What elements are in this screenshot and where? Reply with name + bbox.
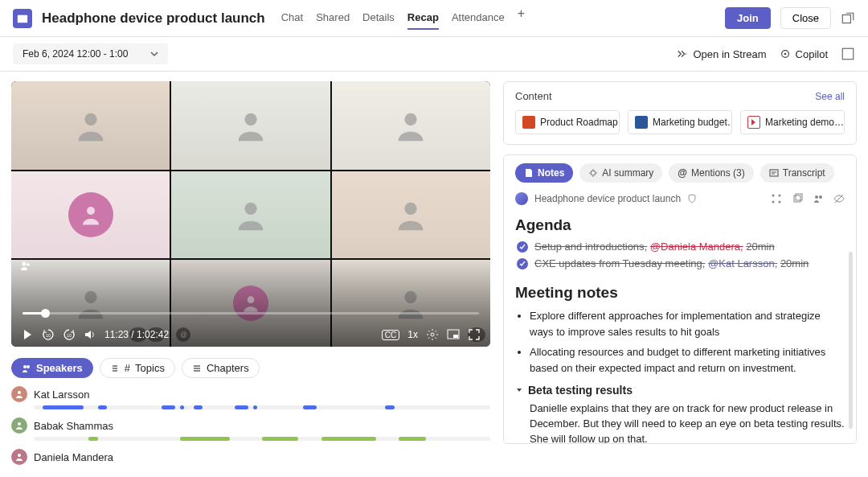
content-file[interactable]: Marketing budget… — [628, 110, 732, 134]
svg-point-8 — [405, 113, 417, 125]
check-icon[interactable] — [517, 241, 528, 253]
svg-point-10 — [244, 203, 256, 215]
date-picker[interactable]: Feb 6, 2024 12:00 - 1:00 — [13, 43, 168, 64]
rewind-10-icon[interactable]: 10 — [42, 328, 55, 341]
svg-text:10: 10 — [46, 333, 51, 338]
video-controls: 10 10 11:23 / 1:02:42 CC 1x — [11, 323, 490, 347]
copy-icon[interactable] — [792, 193, 803, 204]
section-toggle[interactable]: Beta testing results — [515, 384, 845, 397]
fullscreen-icon[interactable] — [468, 328, 481, 341]
triangle-down-icon — [515, 386, 523, 394]
svg-rect-32 — [770, 170, 778, 176]
speaker-timeline-bar[interactable] — [34, 437, 490, 441]
avatar — [11, 386, 27, 402]
video-scrubber[interactable] — [11, 303, 490, 323]
topics-chip[interactable]: # Topics — [100, 358, 175, 378]
svg-rect-38 — [796, 194, 802, 200]
grid-icon[interactable] — [771, 193, 782, 204]
visibility-off-icon[interactable] — [833, 193, 845, 204]
tab-details[interactable]: Details — [362, 6, 395, 30]
settings-icon[interactable] — [426, 328, 439, 341]
content-file[interactable]: Marketing demo… — [740, 110, 845, 134]
participant-tile — [11, 170, 170, 258]
svg-point-6 — [84, 113, 96, 125]
transcript-pill[interactable]: Transcript — [760, 163, 834, 183]
svg-point-4 — [784, 53, 786, 56]
participant-tile — [170, 81, 330, 170]
notes-bullet-item: Explore different approaches for impleme… — [530, 308, 845, 339]
svg-point-9 — [87, 207, 95, 215]
copilot-button[interactable]: Copilot — [780, 48, 828, 60]
video-player[interactable]: @ @ — [11, 81, 490, 347]
cc-button[interactable]: CC — [382, 330, 399, 340]
content-panel-title: Content — [515, 90, 552, 102]
left-column: @ @ — [0, 72, 497, 475]
pip-icon[interactable] — [447, 328, 460, 341]
expand-icon[interactable] — [841, 47, 855, 61]
svg-point-20 — [23, 262, 27, 266]
svg-point-31 — [591, 171, 596, 175]
open-in-stream-button[interactable]: Open in Stream — [677, 48, 766, 60]
notes-pill-row: Notes AI summary @ Mentions (3) Transcri… — [515, 163, 845, 183]
svg-point-7 — [244, 113, 256, 125]
ai-summary-pill[interactable]: AI summary — [579, 163, 662, 183]
meeting-notes-heading: Meeting notes — [515, 284, 845, 302]
participant-tile — [330, 170, 490, 258]
see-all-link[interactable]: See all — [815, 91, 845, 102]
volume-icon[interactable] — [84, 328, 96, 341]
add-tab-button[interactable]: + — [518, 6, 525, 30]
svg-point-35 — [772, 201, 775, 204]
svg-point-17 — [405, 291, 417, 303]
calendar-app-icon — [13, 9, 32, 28]
svg-point-33 — [772, 195, 775, 197]
join-button[interactable]: Join — [725, 7, 771, 29]
scrollbar[interactable] — [849, 252, 853, 429]
avatar — [11, 417, 27, 434]
date-range-label: Feb 6, 2024 12:00 - 1:00 — [23, 48, 128, 60]
notes-pill[interactable]: Notes — [515, 163, 573, 183]
svg-point-15 — [248, 296, 255, 303]
speakers-chip[interactable]: Speakers — [11, 358, 93, 378]
popout-icon[interactable] — [841, 11, 855, 26]
chevron-down-icon — [150, 50, 158, 58]
agenda-item[interactable]: CXE updates from Tuesday meeting, @Kat L… — [515, 257, 845, 269]
notes-panel: Notes AI summary @ Mentions (3) Transcri… — [503, 154, 857, 444]
app-header: Headphone device product launch Chat Sha… — [0, 0, 868, 37]
chapters-chip[interactable]: Chapters — [182, 358, 260, 378]
svg-rect-25 — [453, 335, 458, 338]
speaker-row: Babak Shammas — [11, 417, 490, 441]
svg-point-29 — [18, 422, 21, 426]
section-body: Danielle explains that they are on track… — [530, 401, 845, 444]
tab-chat[interactable]: Chat — [281, 6, 303, 30]
svg-point-23 — [431, 333, 434, 336]
speaker-row: Daniela Mandera — [11, 449, 490, 465]
meeting-title: Headphone device product launch — [42, 10, 265, 27]
forward-10-icon[interactable]: 10 — [63, 328, 76, 341]
check-icon[interactable] — [517, 258, 528, 269]
notes-body: Agenda Setup and introductions, @Daniela… — [515, 216, 845, 444]
tab-recap[interactable]: Recap — [407, 6, 439, 30]
play-icon[interactable] — [21, 328, 34, 341]
speaker-name: Babak Shammas — [34, 420, 113, 432]
subheader: Feb 6, 2024 12:00 - 1:00 Open in Stream … — [0, 37, 868, 72]
svg-rect-2 — [842, 14, 850, 23]
svg-point-28 — [18, 391, 21, 394]
tab-shared[interactable]: Shared — [316, 6, 350, 30]
share-people-icon[interactable] — [813, 193, 824, 204]
tab-attendance[interactable]: Attendance — [452, 6, 505, 30]
add-people-icon[interactable] — [19, 260, 32, 276]
content-file[interactable]: Product Roadmap… — [515, 110, 620, 134]
speaker-timeline-bar[interactable] — [34, 405, 490, 409]
speakers-timeline: Kat Larsson Babak Shammas — [11, 386, 490, 465]
agenda-item[interactable]: Setup and introductions, @Daniela Mander… — [515, 241, 845, 253]
svg-point-40 — [819, 195, 822, 199]
mentions-pill[interactable]: @ Mentions (3) — [669, 163, 753, 183]
speed-button[interactable]: 1x — [407, 329, 418, 340]
close-button[interactable]: Close — [780, 7, 831, 29]
powerpoint-icon — [522, 116, 535, 129]
svg-rect-1 — [18, 14, 27, 17]
copilot-icon — [780, 48, 791, 60]
svg-text:10: 10 — [67, 333, 72, 338]
shield-icon — [687, 194, 697, 204]
content-panel: Content See all Product Roadmap… Marketi… — [503, 81, 857, 145]
